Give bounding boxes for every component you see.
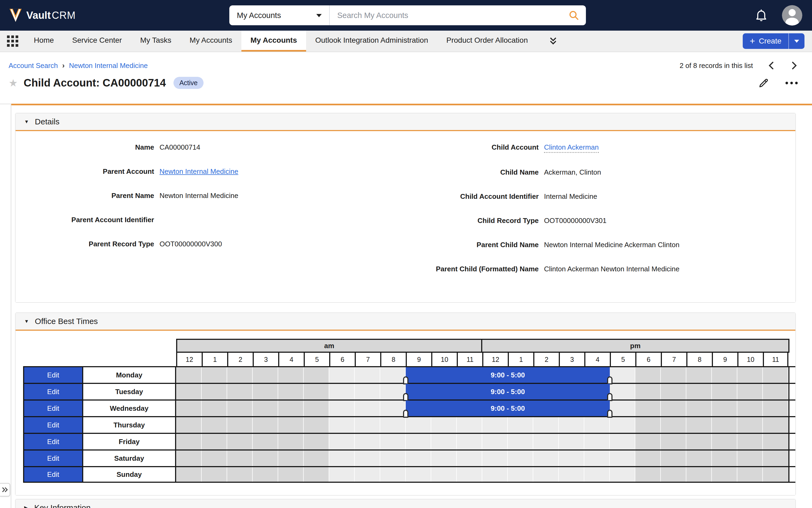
hour-cell[interactable] <box>508 467 533 482</box>
hour-cell[interactable] <box>686 417 712 433</box>
hour-cell[interactable] <box>559 467 584 482</box>
hour-cell[interactable] <box>380 467 406 482</box>
hour-cell[interactable] <box>329 467 355 482</box>
hour-cell[interactable] <box>355 400 380 416</box>
drag-handle-start[interactable] <box>403 393 408 401</box>
hour-cell[interactable] <box>686 384 712 399</box>
hour-cell[interactable] <box>533 451 559 466</box>
drag-handle-end[interactable] <box>607 410 613 418</box>
hour-cell[interactable] <box>661 434 686 450</box>
hour-cell[interactable] <box>610 417 635 433</box>
hour-cell[interactable] <box>584 417 610 433</box>
hour-cell[interactable] <box>278 434 304 450</box>
hour-cell[interactable] <box>304 367 329 383</box>
hour-cell[interactable] <box>202 451 227 466</box>
hour-cell[interactable] <box>202 417 227 433</box>
hour-cell[interactable] <box>253 434 278 450</box>
hour-cell[interactable] <box>508 417 533 433</box>
tab-my-accounts[interactable]: My Accounts <box>180 31 241 52</box>
best-times-bar[interactable]: 9:00 - 5:00 <box>406 400 610 416</box>
hour-cell[interactable] <box>763 451 788 466</box>
hour-cell[interactable] <box>482 434 508 450</box>
previous-record-button[interactable] <box>767 61 775 70</box>
edit-day-button[interactable]: Edit <box>23 451 83 466</box>
hour-cell[interactable] <box>737 451 763 466</box>
hour-cell[interactable] <box>278 384 304 399</box>
hour-cell[interactable] <box>304 417 329 433</box>
hour-cell[interactable] <box>712 384 737 399</box>
hour-cell[interactable] <box>431 417 457 433</box>
hour-cell[interactable] <box>227 400 253 416</box>
hour-cell[interactable] <box>661 417 686 433</box>
hour-cell[interactable] <box>176 400 202 416</box>
edit-day-button[interactable]: Edit <box>23 367 83 383</box>
hour-cell[interactable] <box>737 467 763 482</box>
hour-cell[interactable] <box>635 367 661 383</box>
hour-cell[interactable] <box>712 451 737 466</box>
hour-cell[interactable] <box>380 367 406 383</box>
hour-cell[interactable] <box>278 451 304 466</box>
tab-outlook-integration-administration[interactable]: Outlook Integration Administration <box>306 31 437 52</box>
hour-cell[interactable] <box>278 417 304 433</box>
hour-cell[interactable] <box>406 417 431 433</box>
hour-cell[interactable] <box>763 417 788 433</box>
hour-cell[interactable] <box>253 417 278 433</box>
more-tabs-button[interactable] <box>549 37 557 45</box>
hour-cell[interactable] <box>227 384 253 399</box>
tab-service-center[interactable]: Service Center <box>63 31 131 52</box>
hour-cell[interactable] <box>431 467 457 482</box>
hour-cell[interactable] <box>355 434 380 450</box>
hour-cell[interactable] <box>227 467 253 482</box>
office-best-times-section-header[interactable]: ▼ Office Best Times <box>15 313 795 331</box>
hour-cell[interactable] <box>610 434 635 450</box>
hour-cell[interactable] <box>355 367 380 383</box>
edit-day-button[interactable]: Edit <box>23 467 83 482</box>
hour-cell[interactable] <box>635 384 661 399</box>
hour-cell[interactable] <box>227 417 253 433</box>
hour-cell[interactable] <box>763 400 788 416</box>
hour-cell[interactable] <box>686 434 712 450</box>
hour-cell[interactable] <box>482 451 508 466</box>
tab-product-order-allocation[interactable]: Product Order Allocation <box>437 31 537 52</box>
hour-cell[interactable] <box>686 467 712 482</box>
favorite-star-icon[interactable]: ★ <box>9 78 18 88</box>
hour-cell[interactable] <box>610 451 635 466</box>
hour-cell[interactable] <box>737 434 763 450</box>
hour-cell[interactable] <box>457 417 482 433</box>
details-section-header[interactable]: ▼ Details <box>15 113 795 131</box>
expand-sidebar-button[interactable] <box>0 483 10 497</box>
hour-cell[interactable] <box>304 467 329 482</box>
search-input[interactable] <box>330 11 569 20</box>
hour-cell[interactable] <box>712 367 737 383</box>
hour-cell[interactable] <box>176 384 202 399</box>
hour-cell[interactable] <box>227 367 253 383</box>
hour-cell[interactable] <box>661 467 686 482</box>
hour-cell[interactable] <box>380 384 406 399</box>
hour-cell[interactable] <box>329 434 355 450</box>
hour-cell[interactable] <box>610 367 635 383</box>
hour-cell[interactable] <box>380 434 406 450</box>
hour-cell[interactable] <box>559 417 584 433</box>
hour-cell[interactable] <box>661 400 686 416</box>
hour-cell[interactable] <box>635 467 661 482</box>
hour-cell[interactable] <box>278 367 304 383</box>
hour-cell[interactable] <box>482 467 508 482</box>
hour-cell[interactable] <box>635 451 661 466</box>
edit-day-button[interactable]: Edit <box>23 384 83 399</box>
hour-cell[interactable] <box>686 367 712 383</box>
hour-cell[interactable] <box>227 451 253 466</box>
hour-cell[interactable] <box>457 467 482 482</box>
hour-cell[interactable] <box>610 400 635 416</box>
hour-cell[interactable] <box>253 384 278 399</box>
edit-button[interactable] <box>758 78 769 88</box>
hour-cell[interactable] <box>253 451 278 466</box>
hour-cell[interactable] <box>763 367 788 383</box>
hour-cell[interactable] <box>712 400 737 416</box>
hour-cell[interactable] <box>661 367 686 383</box>
hour-cell[interactable] <box>176 467 202 482</box>
hour-cell[interactable] <box>253 400 278 416</box>
hour-cell[interactable] <box>406 451 431 466</box>
hour-cell[interactable] <box>712 417 737 433</box>
next-record-button[interactable] <box>791 61 798 70</box>
hour-cell[interactable] <box>661 384 686 399</box>
